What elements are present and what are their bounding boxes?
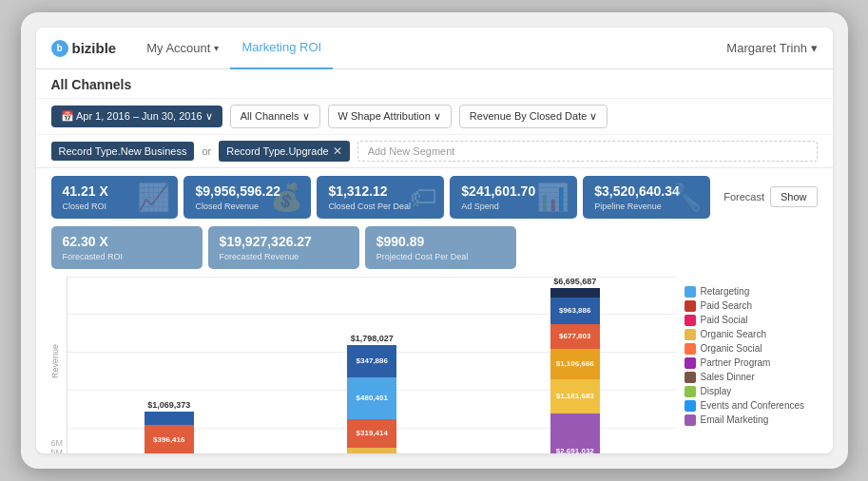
channel-filter[interactable]: All Channels ∨ [230, 105, 320, 128]
legend-color-paid-social [685, 315, 696, 326]
bar-stack-june: $2,691,032 $1,181,683 $1,106,666 $677,80… [550, 288, 600, 453]
forecast-label: Forecast [723, 191, 764, 202]
metric-ad-spend: 📊 $241,601.70 Ad Spend [450, 176, 577, 219]
y-labels: 6M 5M 4M 3M 2M 1M 0M [51, 438, 68, 453]
segment-tag-2-label: Record Type.Upgrade [226, 145, 328, 157]
metric-pipeline: 🔧 $3,520,640.34 Pipeline Revenue [583, 176, 710, 219]
metric-projected-cost: $990.89 Projected Cost Per Deal [365, 226, 516, 269]
metric-closed-cost-label: Closed Cost Per Deal [328, 202, 433, 211]
metric-closed-cost: 🏷 $1,312.12 Closed Cost Per Deal [317, 176, 444, 219]
logo-icon: b [51, 40, 68, 57]
bar-stack-april: $378,200 $396,416 [145, 412, 194, 453]
bar-april-seg2: $396,416 [145, 425, 194, 453]
segment-tag-2-remove[interactable]: ✕ [333, 144, 342, 158]
revenue-type-filter[interactable]: Revenue By Closed Date ∨ [459, 105, 608, 128]
bar-group-april: $1,069,373 $378,200 $396,416 April [68, 400, 271, 453]
header: b bizible My Account ▾ Marketing ROI Mar… [36, 28, 833, 69]
legend-label-sales-dinner: Sales Dinner [701, 372, 755, 382]
chart-inner: 6M 5M 4M 3M 2M 1M 0M [51, 277, 677, 453]
legend-label-email: Email Marketing [701, 414, 769, 425]
y-label-6m: 6M [51, 438, 64, 448]
bar-june-seg2: $1,181,683 [550, 379, 600, 414]
legend-color-partner-program [685, 357, 696, 369]
legend-item-email: Email Marketing [685, 414, 818, 426]
legend-label-partner-program: Partner Program [701, 357, 771, 368]
add-segment-input[interactable]: Add New Segment [357, 141, 818, 162]
bar-may-seg4: $347,886 [347, 345, 396, 377]
legend-color-retargeting [685, 286, 696, 298]
segment-tag-2[interactable]: Record Type.Upgrade ✕ [219, 141, 349, 162]
bar-may-seg1: $459,686 [347, 448, 396, 453]
nav-my-account-arrow: ▾ [214, 43, 219, 53]
user-menu[interactable]: Margaret Trinh ▾ [726, 41, 817, 55]
bar-may-total: $1,798,027 [351, 334, 394, 343]
date-range-button[interactable]: 📅 Apr 1, 2016 – Jun 30, 2016 ∨ [51, 106, 222, 127]
logo-text: bizible [72, 40, 117, 56]
add-segment-placeholder: Add New Segment [368, 145, 455, 157]
segment-row: Record Type.New Business or Record Type.… [36, 135, 833, 168]
segment-tag-1[interactable]: Record Type.New Business [51, 142, 195, 161]
legend-color-display [685, 386, 696, 397]
metric-closed-revenue-label: Closed Revenue [195, 202, 299, 211]
legend-item-organic-search: Organic Search [685, 329, 818, 340]
legend: Retargeting Paid Search Paid Social Orga… [685, 277, 818, 446]
bar-june-seg5: $963,886 [550, 298, 600, 324]
legend-item-paid-search: Paid Search [685, 300, 818, 312]
legend-color-events [685, 400, 696, 412]
device-frame: b bizible My Account ▾ Marketing ROI Mar… [21, 12, 848, 469]
metric-pipeline-label: Pipeline Revenue [594, 202, 699, 211]
legend-color-sales-dinner [685, 372, 696, 383]
segment-tag-1-label: Record Type.New Business [59, 145, 187, 157]
bar-may-seg2: $319,414 [347, 419, 396, 448]
legend-item-sales-dinner: Sales Dinner [685, 372, 818, 383]
nav-marketing-roi[interactable]: Marketing ROI [230, 28, 333, 69]
bar-stack-may: $459,686 $319,414 $480,491 $347,886 [347, 345, 396, 453]
legend-color-paid-search [685, 300, 696, 312]
bar-june-seg4: $677,803 [550, 324, 600, 349]
legend-item-paid-social: Paid Social [685, 315, 818, 326]
metric-projected-cost-label: Projected Cost Per Deal [376, 252, 505, 261]
legend-label-organic-search: Organic Search [701, 329, 766, 339]
legend-label-retargeting: Retargeting [701, 286, 750, 297]
y-label-5m: 5M [51, 448, 64, 453]
legend-color-organic-social [685, 343, 696, 355]
legend-item-display: Display [685, 386, 818, 397]
metric-projected-cost-value: $990.89 [376, 234, 505, 250]
page-title: All Channels [51, 77, 132, 92]
segment-connector: or [202, 145, 211, 157]
legend-label-organic-social: Organic Social [701, 343, 762, 354]
user-name: Margaret Trinh [726, 41, 807, 55]
app-container: b bizible My Account ▾ Marketing ROI Mar… [36, 28, 833, 453]
legend-label-paid-search: Paid Search [701, 300, 752, 311]
forecast-show-button[interactable]: Show [770, 186, 818, 207]
metrics-row: 📈 41.21 X Closed ROI 💰 $9,956,596.22 Clo… [36, 168, 833, 226]
attribution-filter[interactable]: W Shape Attribution ∨ [328, 105, 452, 128]
metric-closed-revenue: 💰 $9,956,596.22 Closed Revenue [183, 176, 311, 219]
metric-forecasted-roi-value: 62.30 X [63, 234, 191, 250]
metric-forecasted-revenue: $19,927,326.27 Forecasted Revenue [208, 226, 359, 269]
y-axis-label: Revenue [50, 344, 60, 378]
legend-color-organic-search [685, 329, 696, 340]
metric-forecasted-revenue-label: Forecasted Revenue [220, 252, 348, 261]
metric-closed-roi: 📈 41.21 X Closed ROI [51, 176, 179, 219]
logo: b bizible [51, 40, 117, 57]
metric-closed-roi-label: Closed ROI [63, 202, 167, 211]
metric-ad-spend-label: Ad Spend [461, 202, 566, 211]
legend-label-display: Display [701, 386, 732, 396]
bar-june-seg6 [550, 288, 600, 298]
bar-group-june: $6,695,687 $2,691,032 $1,181,683 $1,106,… [473, 277, 677, 453]
legend-item-organic-social: Organic Social [685, 343, 818, 355]
forecast-section: Forecast Show [723, 186, 817, 207]
bar-june-seg3: $1,106,666 [550, 349, 600, 379]
nav-my-account[interactable]: My Account ▾ [135, 28, 230, 69]
chart-wrapper: Revenue 6M 5M 4M 3M 2M 1M 0M [51, 277, 677, 446]
legend-color-email [685, 414, 696, 426]
nav-marketing-roi-label: Marketing ROI [241, 40, 321, 54]
bar-april-total: $1,069,373 [147, 400, 190, 410]
chart-area: Revenue 6M 5M 4M 3M 2M 1M 0M [36, 273, 833, 453]
legend-label-paid-social: Paid Social [701, 315, 748, 325]
bar-june-seg1: $2,691,032 [550, 414, 600, 453]
metric-forecasted-revenue-value: $19,927,326.27 [220, 234, 348, 250]
user-menu-arrow: ▾ [811, 41, 818, 55]
metric-forecasted-roi: 62.30 X Forecasted ROI [51, 226, 203, 269]
